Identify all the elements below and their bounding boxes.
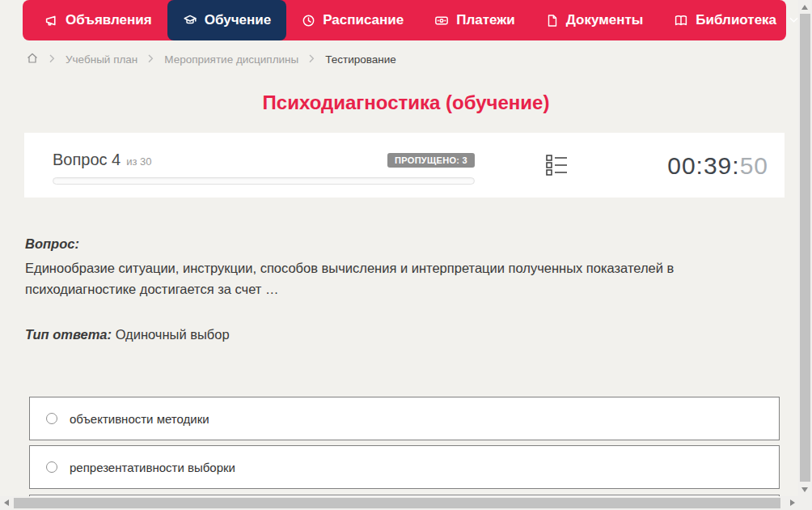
document-icon (546, 14, 559, 28)
megaphone-icon (44, 14, 58, 28)
nav-item-label: Библиотека (696, 12, 776, 28)
banknote-icon (434, 14, 449, 28)
question-list-icon[interactable] (546, 153, 568, 181)
breadcrumb-item-curriculum[interactable]: Учебный план (66, 53, 137, 66)
nav-item-schedule[interactable]: Расписание (286, 0, 419, 40)
vertical-scrollbar[interactable] (798, 0, 812, 496)
nav-item-announcements[interactable]: Объявления (29, 0, 167, 40)
progress-bar (53, 177, 475, 185)
answer-type-row: Тип ответа: Одиночный выбор (25, 327, 230, 342)
clock-icon (302, 14, 315, 28)
answer-option-2[interactable]: репрезентативности выборки (29, 445, 780, 489)
top-navigation: Объявления Обучение Расписание Платежи Д… (23, 0, 786, 40)
answer-type-label: Тип ответа: (25, 327, 112, 342)
breadcrumb-separator-icon (148, 53, 154, 66)
breadcrumb-separator-icon (309, 53, 315, 66)
chevron-down-icon (789, 17, 798, 23)
question-total: из 30 (126, 155, 151, 168)
nav-item-label: Документы (566, 12, 644, 28)
question-progress-block: Вопрос 4 из 30 ПРОПУЩЕНО: 3 (53, 151, 475, 185)
horizontal-scrollbar[interactable] (0, 496, 812, 510)
question-number: Вопрос 4 (53, 151, 121, 169)
page-title: Психодиагностика (обучение) (0, 91, 812, 114)
open-book-icon (674, 14, 688, 28)
scroll-up-arrow-icon[interactable] (801, 5, 808, 10)
radio-button[interactable] (46, 461, 57, 473)
nav-item-label: Обучение (205, 12, 271, 28)
answer-option-label: репрезентативности выборки (70, 461, 235, 474)
timer-seconds: 50 (740, 152, 768, 179)
scroll-right-arrow-icon[interactable] (790, 499, 795, 506)
breadcrumb-separator-icon (49, 53, 55, 66)
scroll-down-arrow-icon[interactable] (801, 487, 808, 492)
answer-options: объективности методики репрезентативност… (29, 397, 780, 508)
breadcrumb-item-testing: Тестирование (325, 53, 396, 66)
skipped-badge: ПРОПУЩЕНО: 3 (387, 153, 475, 168)
horizontal-scrollbar-thumb[interactable] (14, 498, 780, 508)
vertical-scrollbar-thumb[interactable] (800, 14, 810, 482)
question-heading: Вопрос: (25, 236, 737, 252)
nav-item-payments[interactable]: Платежи (419, 0, 531, 40)
timer-main: 00:39: (667, 152, 739, 179)
timer: 00:39:50 (667, 152, 768, 180)
nav-item-documents[interactable]: Документы (531, 0, 659, 40)
breadcrumb-item-discipline-event[interactable]: Мероприятие дисциплины (164, 53, 298, 66)
nav-item-label: Объявления (66, 12, 152, 28)
answer-type-value: Одиночный выбор (116, 327, 230, 342)
nav-item-label: Расписание (323, 12, 404, 28)
graduation-cap-icon (183, 14, 197, 28)
scroll-left-arrow-icon[interactable] (4, 499, 9, 506)
question-header-card: Вопрос 4 из 30 ПРОПУЩЕНО: 3 00:39:50 (24, 133, 785, 198)
nav-item-label: Платежи (456, 12, 515, 28)
question-text: Единообразие ситуации, инструкции, спосо… (25, 257, 737, 300)
question-block: Вопрос: Единообразие ситуации, инструкци… (25, 236, 737, 300)
nav-item-learning[interactable]: Обучение (167, 0, 286, 40)
home-icon[interactable] (26, 52, 39, 66)
nav-item-library[interactable]: Библиотека (658, 0, 812, 40)
radio-button[interactable] (46, 413, 57, 424)
answer-option-1[interactable]: объективности методики (29, 397, 780, 440)
answer-option-label: объективности методики (70, 412, 209, 426)
breadcrumb: Учебный план Мероприятие дисциплины Тест… (26, 49, 396, 70)
